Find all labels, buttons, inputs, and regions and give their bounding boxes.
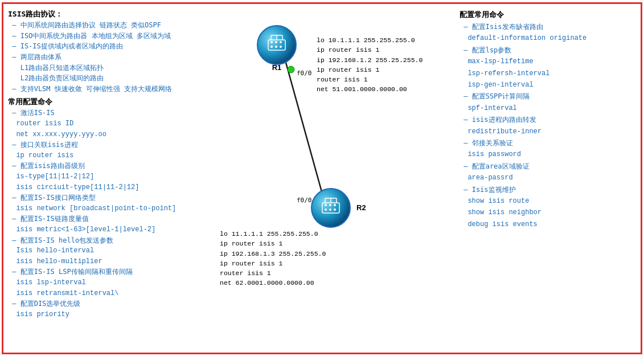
cmd-line: debug isis events	[460, 219, 636, 230]
list-item: – 配置Isis发布缺省路由	[460, 21, 636, 32]
svg-point-11	[280, 41, 282, 43]
svg-point-25	[334, 204, 336, 206]
r2-config-line: ip router isis 1	[220, 259, 326, 268]
r1-config-line: ip router isis 1	[317, 45, 423, 55]
cmd-line: isis circiuit-type[11|11-2|12]	[8, 182, 213, 193]
svg-point-26	[325, 208, 327, 211]
cmd-line: isis password	[460, 149, 636, 160]
cmd-line: ip router isis	[8, 150, 213, 161]
cmd-line: default-information originate	[460, 32, 636, 44]
svg-point-17	[311, 189, 350, 227]
cmd-line: lsp-refersh-interval	[460, 68, 636, 79]
right-title: 配置常用命令	[460, 9, 636, 21]
list-item: – isis进程内路由转发	[460, 114, 636, 125]
list-item: – 支持VLSM 快速收敛 可伸缩性强 支持大规模网络	[8, 84, 213, 95]
list-item: – IS-IS提供域内或者区域内的路由	[8, 41, 213, 52]
svg-point-13	[275, 46, 277, 48]
common-cmd-title: 常用配置命令	[8, 96, 213, 108]
r1-config-line: ip router isis 1	[317, 65, 423, 75]
svg-text:R1: R1	[272, 63, 282, 72]
network-diagram: R1 f0/0 R2	[208, 4, 460, 353]
right-commands: – 配置Isis发布缺省路由 default-information origi…	[460, 21, 636, 230]
cmd-line: isis priority	[8, 309, 213, 320]
svg-text:f0/0: f0/0	[297, 197, 312, 204]
svg-point-14	[280, 46, 282, 48]
r2-config-line: ip router isis 1	[220, 239, 326, 248]
r1-config-line: router isis 1	[317, 75, 423, 84]
r1-config: lo 10.1.1.1 255.255.255.0 ip router isis…	[317, 35, 423, 95]
cmd-line: isis metric<1-63>[level-1|level-2]	[8, 224, 213, 235]
svg-point-10	[275, 41, 277, 43]
list-item: – 接口关联isis进程	[8, 140, 213, 150]
r1-config-line: lo 10.1.1.1 255.255.255.0	[317, 35, 423, 45]
show-isis-route: show isis route	[460, 195, 636, 207]
isis-intro: – 中间系统间路由选择协议 链路状态 类似OSPF – ISO中间系统为路由器 …	[8, 20, 213, 94]
svg-point-3	[257, 26, 296, 64]
list-item: – 配置IS-IS LSP传输间隔和重传间隔	[8, 267, 213, 277]
list-item: – Isis监视维护	[460, 184, 636, 195]
list-item: – 配置IS-IS接口网络类型	[8, 193, 213, 203]
cmd-line: Isis hello-interval	[8, 245, 213, 256]
svg-point-27	[329, 208, 331, 211]
cmd-line: isis hello-multiplier	[8, 256, 213, 267]
list-item: – 配置IS-IS hello包发送参数	[8, 235, 213, 246]
r2-config-line: router isis 1	[220, 268, 326, 278]
r2-config-line: net 62.0001.0000.0000.00	[220, 278, 326, 288]
list-item: – 配置lsp参数	[460, 44, 636, 56]
cmd-line: area-passrd	[460, 172, 636, 183]
svg-point-12	[270, 46, 273, 48]
cmd-line: spf-interval	[460, 103, 636, 114]
list-item: – 两层路由体系	[8, 52, 213, 63]
sub-item: L1路由器只知道本区域拓扑	[8, 63, 213, 73]
commands-list: – 激活IS-IS router isis ID net xx.xxx.yyyy…	[8, 108, 213, 320]
cmd-line: max-lsp-lifetime	[460, 56, 636, 67]
cmd-line: isis lsp-interval	[8, 277, 213, 288]
cmd-line: router isis ID	[8, 118, 213, 129]
r1-config-line: ip 192.168.1.2 255.25.255.0	[317, 55, 423, 65]
svg-point-28	[334, 208, 336, 211]
svg-text:f0/0: f0/0	[297, 69, 312, 77]
r2-config: lo 11.1.1.1 255.255.255.0 ip router isis…	[220, 229, 326, 288]
cmd-line: isis network [broadcast|point-to-point]	[8, 203, 213, 214]
r1-config-line: net 51.001.0000.0000.00	[317, 84, 423, 94]
list-item: – 配置IS-IS链路度量值	[8, 214, 213, 224]
cmd-line: is-type[11|11-2|12]	[8, 171, 213, 182]
cmd-line: isp-gen-interval	[460, 79, 636, 91]
sub-item: L2路由器负责区域间的路由	[8, 73, 213, 84]
main-container: ISIS路由协议： – 中间系统间路由选择协议 链路状态 类似OSPF – IS…	[2, 2, 642, 354]
list-item: – 配置SSPP计算间隔	[460, 91, 636, 102]
svg-text:R2: R2	[356, 203, 366, 212]
isis-title: ISIS路由协议：	[8, 9, 213, 20]
svg-point-24	[329, 204, 331, 206]
svg-point-9	[270, 41, 273, 43]
list-item: – 中间系统间路由选择协议 链路状态 类似OSPF	[8, 20, 213, 31]
list-item: – 配置DIS选举优先级	[8, 298, 213, 309]
left-panel: ISIS路由协议： – 中间系统间路由选择协议 链路状态 类似OSPF – IS…	[8, 9, 213, 320]
r2-config-line: ip 192.168.1.3 255.25.255.0	[220, 249, 326, 259]
cmd-line: redistribute-inner	[460, 126, 636, 137]
list-item: – 邻接关系验证	[460, 137, 636, 149]
cmd-line: net xx.xxx.yyyy.yyy.oo	[8, 129, 213, 140]
list-item: – 激活IS-IS	[8, 108, 213, 118]
list-item: – ISO中间系统为路由器 本地组为区域 多区域为域	[8, 31, 213, 42]
svg-point-23	[325, 204, 327, 206]
cmd-line: isis retransmit-interval\	[8, 288, 213, 299]
r2-config-line: lo 11.1.1.1 255.255.255.0	[220, 229, 326, 239]
svg-point-1	[288, 66, 294, 73]
right-panel: 配置常用命令 – 配置Isis发布缺省路由 default-informatio…	[460, 9, 636, 230]
cmd-line: show isis neighbor	[460, 207, 636, 218]
list-item: – 配置isis路由器级别	[8, 161, 213, 171]
list-item: – 配置area区域验证	[460, 161, 636, 172]
